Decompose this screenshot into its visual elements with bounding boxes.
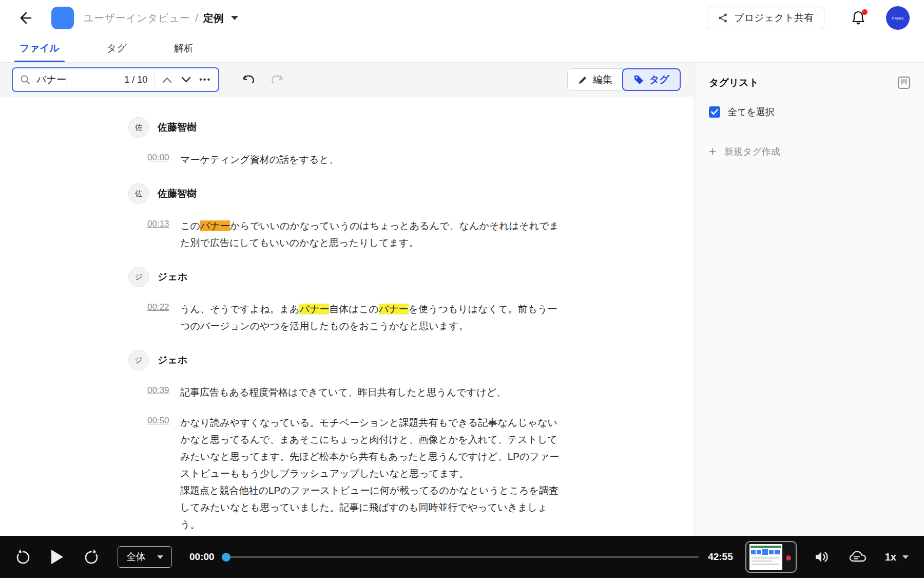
tag-mode-button[interactable]: タグ xyxy=(622,68,681,91)
search-match-orange: バナー xyxy=(200,220,230,231)
speaker-name: ジェホ xyxy=(158,270,187,284)
volume-icon xyxy=(814,550,830,564)
search-more-button[interactable]: ••• xyxy=(199,75,211,84)
kanban-icon xyxy=(897,76,911,89)
tab-analysis-label: 解析 xyxy=(174,43,194,53)
select-all-tags[interactable]: 全てを選択 xyxy=(709,106,911,118)
forward-button[interactable] xyxy=(84,549,99,565)
video-thumbnail[interactable] xyxy=(745,541,797,573)
redo-button[interactable] xyxy=(270,74,284,85)
transcript-paragraph: 00:13このバナーからでいいのかなっていうのはちょっとあるんで、なんかそれはそ… xyxy=(128,217,560,251)
search-match-yellow: バナー xyxy=(299,304,329,314)
tab-analysis[interactable]: 解析 xyxy=(169,42,199,62)
text-segment: 自体はこの xyxy=(329,304,378,314)
search-match-count: 1 / 10 xyxy=(124,74,147,85)
undo-icon xyxy=(242,74,256,85)
tag-list-title: タグリスト xyxy=(709,76,759,89)
plus-icon: + xyxy=(709,145,716,158)
transcript-paragraph: 00:00マーケティング資材の話をすると、 xyxy=(128,151,560,168)
speaker-name: ジェホ xyxy=(158,353,187,367)
mode-switcher: 編集 タグ xyxy=(567,68,681,91)
tag-button-label: タグ xyxy=(649,73,669,86)
transcript-paragraph: 00:22うん、そうですよね。まあバナー自体はこのバナーを使うつもりはなくて。前… xyxy=(128,301,560,334)
timestamp-link[interactable]: 00:00 xyxy=(147,153,171,168)
next-match-button[interactable] xyxy=(181,77,191,83)
seek-bar[interactable] xyxy=(222,553,699,562)
undo-button[interactable] xyxy=(242,74,256,85)
breadcrumb-separator: / xyxy=(195,12,198,24)
speaker-row: ジジェホ xyxy=(128,267,560,287)
timestamp-link[interactable]: 00:50 xyxy=(147,416,171,533)
transcript-panel[interactable]: 佐佐藤智樹00:00マーケティング資材の話をすると、佐佐藤智樹00:13このバナ… xyxy=(0,97,694,536)
previous-match-button[interactable] xyxy=(162,77,172,83)
paragraph-text: かなり読みやすくなっている。モチベーションと課題共有もできる記事なんじゃないかな… xyxy=(180,414,560,533)
text-segment: この xyxy=(180,220,200,231)
cloud-sync-button[interactable] xyxy=(849,550,867,564)
transcript-toolbar: バナー 1 / 10 ••• xyxy=(0,63,694,97)
speaker-name: 佐藤智樹 xyxy=(158,187,197,200)
transcript-paragraph: 00:39記事広告もある程度骨格はできていて、昨日共有したと思うんですけど、 xyxy=(128,384,560,401)
timestamp-link[interactable]: 00:39 xyxy=(147,385,171,401)
project-share-button[interactable]: プロジェクト共有 xyxy=(707,7,824,29)
transcript-block: ジジェホ00:22うん、そうですよね。まあバナー自体はこのバナーを使うつもりはな… xyxy=(128,267,560,334)
scope-value: 全体 xyxy=(126,550,146,564)
progress-track[interactable] xyxy=(229,556,699,558)
speaker-avatar: 佐 xyxy=(128,117,149,138)
volume-button[interactable] xyxy=(814,550,830,564)
new-tag-button[interactable]: + 新規タグ作成 xyxy=(709,145,911,158)
speaker-name: 佐藤智樹 xyxy=(158,121,197,134)
search-input[interactable]: バナー 1 / 10 ••• xyxy=(12,67,219,92)
redo-icon xyxy=(270,74,284,85)
breadcrumb-project[interactable]: ユーザーインタビュー xyxy=(83,11,190,25)
text-segment: かなり読みやすくなっている。モチベーションと課題共有もできる記事なんじゃないかな… xyxy=(180,417,559,530)
notification-badge xyxy=(862,9,868,15)
restart-button[interactable] xyxy=(15,549,31,565)
timestamp-link[interactable]: 00:13 xyxy=(147,219,171,251)
paragraph-text: マーケティング資材の話をすると、 xyxy=(180,151,560,168)
sidebar-divider xyxy=(695,132,924,132)
tab-tags[interactable]: タグ xyxy=(102,42,132,62)
edit-button-label: 編集 xyxy=(593,73,612,86)
speaker-avatar: ジ xyxy=(128,267,149,287)
transcript-block: 佐佐藤智樹00:00マーケティング資材の話をすると、 xyxy=(128,117,560,168)
board-view-button[interactable] xyxy=(897,76,911,89)
app-header: ユーザーインタビュー / 定例 プロジェクト共有 Flows xyxy=(0,0,924,36)
media-player-bar: 全体 00:00 42:55 1x xyxy=(0,536,924,578)
select-all-checkbox[interactable] xyxy=(709,106,720,118)
checkmark-icon xyxy=(711,109,718,115)
select-all-label: 全てを選択 xyxy=(728,106,775,118)
tab-files[interactable]: ファイル xyxy=(14,42,65,62)
playback-speed-button[interactable]: 1x xyxy=(885,551,909,563)
tag-icon xyxy=(633,74,644,85)
new-tag-label: 新規タグ作成 xyxy=(724,145,780,158)
project-icon[interactable] xyxy=(51,7,74,29)
text-segment: 記事広告もある程度骨格はできていて、昨日共有したと思うんですけど、 xyxy=(180,387,506,398)
back-button[interactable] xyxy=(17,11,39,25)
edit-mode-button[interactable]: 編集 xyxy=(567,68,623,91)
user-avatar[interactable]: Flows xyxy=(886,6,910,30)
playback-scope-select[interactable]: 全体 xyxy=(118,546,172,568)
forward-icon xyxy=(84,549,99,565)
tab-bar: ファイル タグ 解析 xyxy=(0,36,924,63)
timestamp-link[interactable]: 00:22 xyxy=(147,302,171,334)
play-button[interactable] xyxy=(49,550,65,564)
play-icon xyxy=(51,550,63,564)
search-divider xyxy=(155,73,155,86)
breadcrumb-caret-icon[interactable] xyxy=(231,16,238,20)
transcript-block: 佐佐藤智樹00:13このバナーからでいいのかなっていうのはちょっとあるんで、なん… xyxy=(128,183,560,251)
text-segment: うん、そうですよね。まあ xyxy=(180,304,299,314)
speed-caret-icon xyxy=(902,555,909,559)
speaker-avatar: ジ xyxy=(128,350,149,370)
transcript-paragraph: 00:50かなり読みやすくなっている。モチベーションと課題共有もできる記事なんじ… xyxy=(128,414,560,533)
paragraph-text: うん、そうですよね。まあバナー自体はこのバナーを使うつもりはなくて。前もう一つの… xyxy=(180,301,560,334)
avatar-label: Flows xyxy=(892,16,903,21)
text-segment: からでいいのかなっていうのはちょっとあるんで、なんかそれはそれでまた別で広告にし… xyxy=(180,220,559,248)
notifications-button[interactable] xyxy=(851,10,865,26)
speaker-row: 佐佐藤智樹 xyxy=(128,117,560,138)
breadcrumb-current[interactable]: 定例 xyxy=(203,11,224,25)
text-segment: マーケティング資材の話をすると、 xyxy=(180,154,339,165)
playhead-handle[interactable] xyxy=(222,553,230,562)
paragraph-text: このバナーからでいいのかなっていうのはちょっとあるんで、なんかそれはそれでまた別… xyxy=(180,217,560,251)
share-button-label: プロジェクト共有 xyxy=(734,11,814,25)
pencil-icon xyxy=(578,75,588,85)
